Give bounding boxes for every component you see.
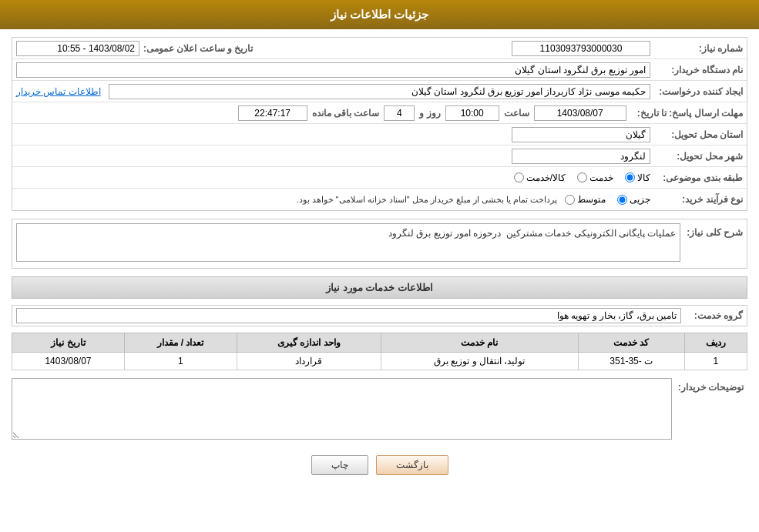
category-kala-option[interactable]: کالا (625, 172, 650, 183)
reply-date-input[interactable] (534, 105, 626, 121)
cell-name: تولید، انتقال و توزیع برق (381, 353, 578, 370)
announcement-datetime-input[interactable] (16, 41, 139, 56)
buyer-desc-label: توضیحات خریدار: (672, 378, 747, 393)
reply-deadline-row: مهلت ارسال پاسخ: تا تاریخ: ساعت روز و سا… (12, 102, 747, 124)
buyer-desc-textarea[interactable] (12, 378, 672, 440)
process-mootaset-label: متوسط (577, 194, 606, 205)
city-input[interactable] (512, 149, 650, 164)
buyer-org-label: نام دستگاه خریدار: (650, 65, 743, 75)
process-label: نوع فرآیند خرید: (650, 194, 743, 205)
category-row: طبقه بندی موضوعی: کالا/خدمت خدمت کالا (12, 167, 747, 189)
category-kala-khadamat-label: کالا/خدمت (526, 172, 566, 183)
back-button[interactable]: بازگشت (376, 455, 448, 475)
category-khadamat-radio[interactable] (577, 172, 587, 182)
cell-qty: 1 (124, 353, 237, 370)
cell-date: 1403/08/07 (12, 353, 125, 370)
col-header-date: تاریخ نیاز (12, 333, 125, 353)
description-container: عملیات پایگانی الکترونیکی خدمات مشترکین … (16, 223, 680, 264)
col-header-row: ردیف (684, 333, 747, 353)
requester-label: ایجاد کننده درخواست: (650, 86, 743, 97)
order-announcement-row: شماره نیاز: تاریخ و ساعت اعلان عمومی: (12, 38, 747, 59)
requester-input[interactable] (109, 84, 650, 99)
description-textarea[interactable]: عملیات پایگانی الکترونیکی خدمات مشترکین … (16, 223, 680, 262)
process-jozii-radio[interactable] (617, 195, 627, 205)
category-kala-label: کالا (637, 172, 650, 183)
page-header: جزئیات اطلاعات نیاز (0, 0, 759, 29)
page-title: جزئیات اطلاعات نیاز (331, 8, 428, 21)
announcement-label: تاریخ و ساعت اعلان عمومی: (139, 43, 253, 54)
services-table: ردیف کد خدمت نام خدمت واحد اندازه گیری ت… (12, 333, 747, 370)
col-header-unit: واحد اندازه گیری (237, 333, 381, 353)
page-container: جزئیات اطلاعات نیاز شماره نیاز: تاریخ و … (0, 0, 759, 532)
province-row: استان محل تحویل: (12, 124, 747, 146)
process-mootaset-radio[interactable] (565, 195, 575, 205)
reply-deadline-label: مهلت ارسال پاسخ: تا تاریخ: (631, 108, 743, 119)
reply-time-label: ساعت (504, 108, 529, 119)
process-row: نوع فرآیند خرید: متوسط جزیی پرداخت تمام … (12, 189, 747, 210)
top-form-section: شماره نیاز: تاریخ و ساعت اعلان عمومی: نا… (12, 37, 747, 211)
description-section: شرح کلی نیاز: عملیات پایگانی الکترونیکی … (12, 219, 747, 269)
category-khadamat-option[interactable]: خدمت (577, 172, 613, 183)
process-note: پرداخت تمام یا بخشی از مبلغ خریداز محل "… (16, 195, 557, 205)
category-kala-khadamat-radio[interactable] (514, 172, 524, 182)
reply-days-input[interactable] (384, 105, 415, 121)
requester-row: ایجاد کننده درخواست: اطلاعات تماس خریدار (12, 81, 747, 102)
contact-link[interactable]: اطلاعات تماس خریدار (16, 86, 101, 97)
cell-row: 1 (684, 353, 747, 370)
province-input[interactable] (512, 127, 650, 142)
reply-remain-input[interactable] (238, 105, 307, 121)
cell-unit: قرارداد (237, 353, 381, 370)
buttons-row: بازگشت چاپ (12, 447, 747, 483)
city-row: شهر محل تحویل: (12, 146, 747, 167)
process-jozii-option[interactable]: جزیی (617, 194, 650, 205)
main-content: شماره نیاز: تاریخ و ساعت اعلان عمومی: نا… (0, 29, 759, 490)
reply-days-label: روز و (419, 108, 440, 119)
buyer-desc-section: توضیحات خریدار: (12, 378, 747, 440)
description-label: شرح کلی نیاز: (680, 223, 743, 238)
buyer-org-row: نام دستگاه خریدار: (12, 59, 747, 81)
col-header-name: نام خدمت (381, 333, 578, 353)
process-radio-group: متوسط جزیی (565, 194, 650, 205)
col-header-code: کد خدمت (578, 333, 684, 353)
service-group-row: گروه خدمت: (12, 305, 747, 326)
order-number-input[interactable] (512, 41, 650, 56)
province-label: استان محل تحویل: (650, 129, 743, 140)
service-group-input[interactable] (16, 308, 681, 323)
category-radio-group: کالا/خدمت خدمت کالا (514, 172, 650, 183)
services-section-title: اطلاعات خدمات مورد نیاز (12, 276, 747, 299)
table-row: 1 ت -35-351 تولید، انتقال و توزیع برق قر… (12, 353, 747, 370)
reply-time-input[interactable] (445, 105, 499, 121)
reply-remain-label: ساعت باقی مانده (312, 108, 380, 119)
buyer-org-input[interactable] (16, 62, 650, 78)
category-label: طبقه بندی موضوعی: (650, 172, 743, 183)
cell-code: ت -35-351 (578, 353, 684, 370)
category-kala-radio[interactable] (625, 172, 635, 182)
category-kala-khadamat-option[interactable]: کالا/خدمت (514, 172, 566, 183)
col-header-qty: تعداد / مقدار (124, 333, 237, 353)
city-label: شهر محل تحویل: (650, 151, 743, 162)
process-jozii-label: جزیی (630, 194, 650, 205)
category-khadamat-label: خدمت (589, 172, 613, 183)
print-button[interactable]: چاپ (311, 455, 368, 475)
process-mootaset-option[interactable]: متوسط (565, 194, 606, 205)
order-number-label: شماره نیاز: (650, 43, 743, 54)
service-group-label: گروه خدمت: (681, 310, 743, 321)
